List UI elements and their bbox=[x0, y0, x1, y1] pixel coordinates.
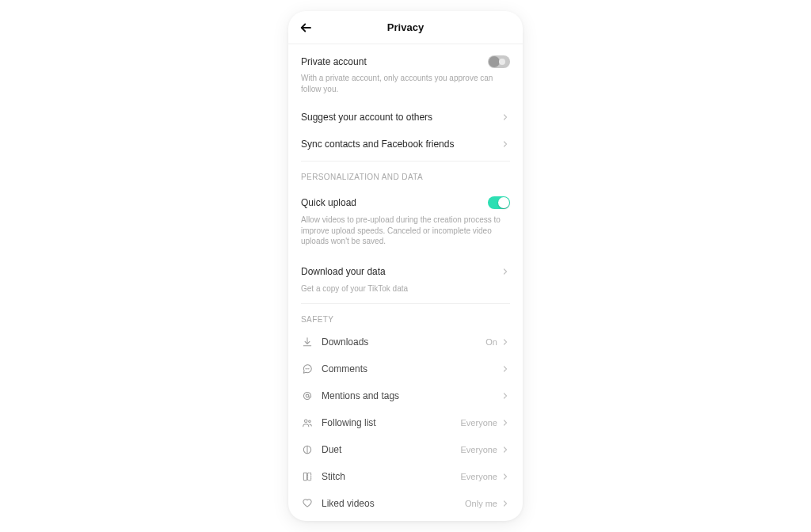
svg-point-1 bbox=[306, 368, 307, 369]
people-icon bbox=[301, 416, 314, 429]
safety-row-label: Liked videos bbox=[322, 498, 465, 509]
safety-row-value: Only me bbox=[465, 499, 497, 508]
safety-row-comments[interactable]: Comments bbox=[288, 355, 523, 382]
download-data-row[interactable]: Download your data bbox=[288, 255, 523, 282]
chevron-right-icon bbox=[501, 337, 510, 347]
chevron-right-icon bbox=[501, 418, 510, 428]
suggest-account-label: Suggest your account to others bbox=[301, 112, 501, 123]
back-arrow-icon bbox=[299, 21, 313, 35]
download-data-label: Download your data bbox=[301, 266, 501, 277]
chevron-right-icon bbox=[501, 112, 510, 122]
stitch-icon bbox=[301, 470, 314, 483]
chevron-right-icon bbox=[501, 472, 510, 481]
safety-row-label: Comments bbox=[322, 363, 501, 374]
header-bar: Privacy bbox=[288, 11, 523, 44]
safety-row-label: Downloads bbox=[322, 336, 485, 348]
comment-icon bbox=[301, 363, 314, 375]
safety-row-label: Stitch bbox=[322, 471, 461, 482]
mention-icon bbox=[301, 390, 314, 402]
heart-icon bbox=[301, 497, 314, 510]
quick-upload-row[interactable]: Quick upload bbox=[288, 186, 523, 213]
safety-row-liked-videos[interactable]: Liked videosOnly me bbox=[288, 490, 523, 517]
duet-icon bbox=[301, 443, 314, 456]
safety-row-downloads[interactable]: DownloadsOn bbox=[288, 329, 523, 355]
svg-rect-9 bbox=[308, 473, 311, 480]
quick-upload-sub: Allow videos to pre-upload during the cr… bbox=[301, 215, 510, 247]
chevron-right-icon bbox=[501, 391, 510, 401]
safety-row-direct-messages[interactable]: Direct messages bbox=[288, 517, 523, 521]
safety-row-value: On bbox=[485, 337, 497, 347]
safety-row-following-list[interactable]: Following listEveryone bbox=[288, 409, 523, 436]
quick-upload-toggle[interactable] bbox=[488, 196, 510, 209]
private-account-toggle[interactable] bbox=[488, 55, 510, 68]
safety-row-label: Mentions and tags bbox=[322, 390, 501, 401]
sync-contacts-label: Sync contacts and Facebook friends bbox=[301, 139, 501, 150]
sync-contacts-row[interactable]: Sync contacts and Facebook friends bbox=[288, 131, 523, 158]
private-account-row[interactable]: Private account bbox=[288, 44, 523, 71]
svg-point-3 bbox=[308, 368, 309, 369]
safety-row-label: Duet bbox=[322, 444, 461, 455]
back-button[interactable] bbox=[296, 18, 315, 37]
privacy-settings-screen: Privacy Private account With a private a… bbox=[288, 11, 523, 521]
svg-point-6 bbox=[309, 420, 311, 423]
suggest-account-row[interactable]: Suggest your account to others bbox=[288, 104, 523, 131]
svg-rect-8 bbox=[303, 473, 307, 480]
safety-row-mentions-and-tags[interactable]: Mentions and tags bbox=[288, 382, 523, 409]
chevron-right-icon bbox=[501, 499, 510, 508]
page-title: Privacy bbox=[387, 21, 424, 33]
private-account-sub: With a private account, only accounts yo… bbox=[301, 73, 510, 94]
chevron-right-icon bbox=[501, 267, 510, 276]
safety-row-value: Everyone bbox=[461, 472, 497, 481]
section-header-personalization: Personalization and data bbox=[288, 162, 523, 186]
private-account-label: Private account bbox=[301, 56, 488, 67]
safety-row-label: Following list bbox=[322, 417, 461, 428]
chevron-right-icon bbox=[501, 139, 510, 149]
chevron-right-icon bbox=[501, 364, 510, 374]
download-icon bbox=[301, 336, 314, 348]
safety-row-value: Everyone bbox=[461, 418, 497, 428]
section-header-safety: Safety bbox=[288, 304, 523, 329]
safety-row-duet[interactable]: DuetEveryone bbox=[288, 436, 523, 463]
download-data-sub: Get a copy of your TikTok data bbox=[301, 283, 510, 294]
chevron-right-icon bbox=[501, 445, 510, 454]
safety-row-value: Everyone bbox=[461, 445, 497, 454]
safety-row-stitch[interactable]: StitchEveryone bbox=[288, 463, 523, 490]
svg-point-5 bbox=[305, 420, 308, 423]
svg-point-2 bbox=[307, 368, 308, 369]
svg-point-4 bbox=[306, 394, 309, 397]
quick-upload-label: Quick upload bbox=[301, 197, 488, 208]
